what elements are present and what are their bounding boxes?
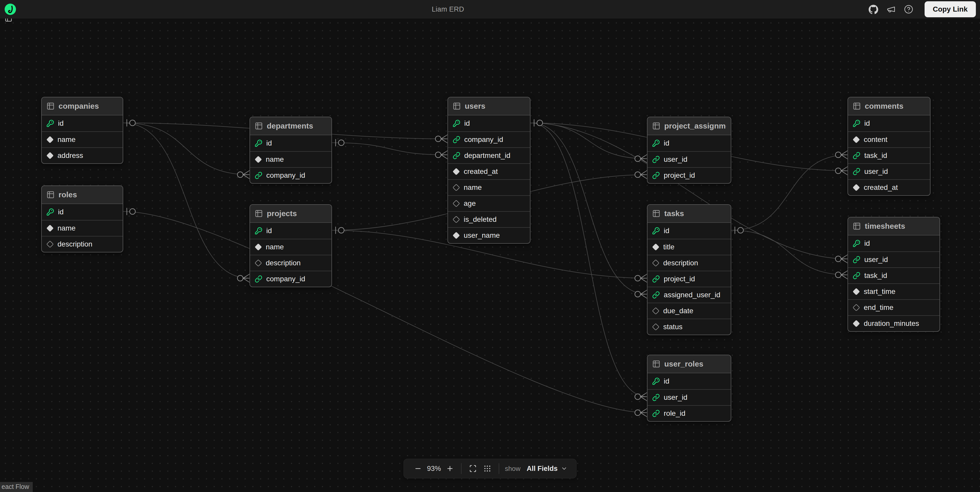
table-node-companies[interactable]: companiesidnameaddress [41,97,123,164]
table-icon [46,102,55,110]
zoom-in-button[interactable] [443,465,457,473]
column-name: id [864,119,870,127]
table-row-id[interactable]: id [448,116,530,132]
column-name: user_id [664,394,687,402]
table-row-age[interactable]: age [448,195,530,211]
table-row-project_id[interactable]: project_id [648,271,731,287]
plus-icon [446,465,454,473]
table-row-due_date[interactable]: due_date [648,303,731,319]
column-name: id [664,227,670,235]
key-icon [853,240,861,247]
copy-link-button[interactable]: Copy Link [924,1,976,17]
table-node-tasks[interactable]: tasksidtitledescriptionproject_idassigne… [647,204,731,335]
table-row-company_id[interactable]: company_id [250,167,331,183]
fields-filter-value: All Fields [527,465,558,473]
table-node-comments[interactable]: commentsidcontenttask_iduser_idcreated_a… [848,97,931,196]
table-row-description[interactable]: description [250,255,331,271]
table-row-end_time[interactable]: end_time [848,299,940,315]
table-row-description[interactable]: description [42,236,123,252]
table-node-project_assignme...[interactable]: project_assignme...iduser_idproject_id [647,117,731,184]
table-node-projects[interactable]: projectsidnamedescriptioncompany_id [250,204,332,287]
tidy-up-button[interactable] [480,465,495,473]
toolbar-divider [499,463,499,474]
table-row-user_id[interactable]: user_id [648,389,731,405]
table-row-status[interactable]: status [648,319,731,335]
table-row-name[interactable]: name [250,239,331,255]
table-row-duration_minutes[interactable]: duration_minutes [848,315,940,331]
table-row-role_id[interactable]: role_id [648,405,731,421]
table-row-project_id[interactable]: project_id [648,167,731,183]
table-row-created_at[interactable]: created_at [448,163,530,179]
diamond-icon [46,152,54,159]
table-row-id[interactable]: id [848,235,940,251]
table-header[interactable]: tasks [648,205,731,223]
zoom-out-button[interactable] [411,465,425,473]
table-row-assigned_user_id[interactable]: assigned_user_id [648,287,731,303]
table-row-user_name[interactable]: user_name [448,227,530,243]
tidy-up-icon [483,465,492,473]
table-row-description[interactable]: description [648,255,731,271]
table-row-name[interactable]: name [448,179,530,195]
table-node-user_roles[interactable]: user_rolesiduser_idrole_id [647,355,731,422]
help-button[interactable] [904,5,913,14]
table-title: project_assignme... [664,122,726,130]
column-name: created_at [464,167,498,176]
table-header[interactable]: users [448,97,530,116]
table-row-content[interactable]: content [848,132,930,148]
table-row-is_deleted[interactable]: is_deleted [448,211,530,227]
table-row-title[interactable]: title [648,239,731,255]
table-row-department_id[interactable]: department_id [448,148,530,163]
table-row-task_id[interactable]: task_id [848,148,930,163]
table-row-user_id[interactable]: user_id [848,163,930,179]
megaphone-icon [886,5,896,14]
announcements-button[interactable] [886,5,896,14]
table-row-name[interactable]: name [42,220,123,236]
table-row-user_id[interactable]: user_id [848,251,940,267]
column-name: user_name [464,231,500,240]
table-header[interactable]: roles [42,186,123,204]
table-node-users[interactable]: usersidcompany_iddepartment_idcreated_at… [447,97,530,244]
fit-view-button[interactable] [466,465,480,473]
table-node-departments[interactable]: departmentsidnamecompany_id [250,117,332,184]
table-row-id[interactable]: id [648,135,731,151]
table-header[interactable]: companies [42,97,123,116]
table-row-id[interactable]: id [42,116,123,132]
table-row-user_id[interactable]: user_id [648,151,731,167]
table-row-name[interactable]: name [42,132,123,148]
table-row-task_id[interactable]: task_id [848,267,940,283]
table-row-id[interactable]: id [42,204,123,220]
table-header[interactable]: user_roles [648,355,731,373]
table-row-start_time[interactable]: start_time [848,283,940,299]
diamond-icon [453,232,460,239]
diamond-outline-icon [652,323,659,330]
table-header[interactable]: project_assignme... [648,117,731,135]
fields-filter-dropdown[interactable]: All Fields [525,465,569,473]
react-flow-attribution[interactable]: eact Flow [0,482,33,492]
link-icon [853,168,861,175]
table-row-id[interactable]: id [648,373,731,389]
table-title: roles [59,190,77,199]
table-row-company_id[interactable]: company_id [250,271,331,287]
github-icon [869,5,878,14]
table-row-created_at[interactable]: created_at [848,179,930,195]
table-header[interactable]: comments [848,97,930,116]
column-name: name [57,224,76,232]
table-row-id[interactable]: id [648,223,731,239]
table-node-timesheets[interactable]: timesheetsiduser_idtask_idstart_timeend_… [848,217,940,332]
table-icon [853,222,861,230]
liam-logo-icon[interactable] [5,3,16,15]
table-title: comments [865,102,904,111]
github-button[interactable] [869,5,878,14]
minus-icon [414,465,422,473]
table-row-id[interactable]: id [250,135,331,151]
table-row-name[interactable]: name [250,151,331,167]
table-row-id[interactable]: id [250,223,331,239]
table-row-company_id[interactable]: company_id [448,132,530,148]
table-row-address[interactable]: address [42,148,123,163]
table-header[interactable]: departments [250,117,331,135]
erd-canvas[interactable]: companiesidnameaddressrolesidnamedescrip… [0,19,980,492]
table-row-id[interactable]: id [848,116,930,132]
table-header[interactable]: projects [250,205,331,223]
table-header[interactable]: timesheets [848,217,940,235]
table-node-roles[interactable]: rolesidnamedescription [41,186,123,252]
